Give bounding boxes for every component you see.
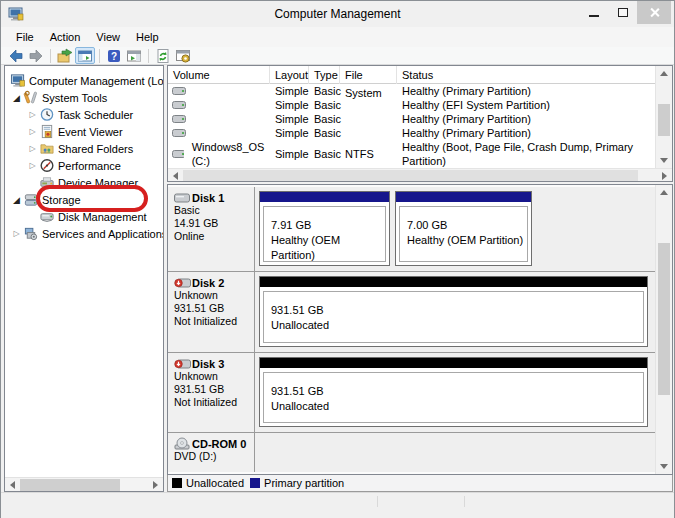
computer-management-icon xyxy=(10,73,26,88)
export-list-icon xyxy=(57,48,73,64)
collapsed-arrow-icon[interactable]: ▷ xyxy=(26,161,39,170)
tree-item-task-scheduler[interactable]: ▷ Task Scheduler xyxy=(5,106,163,123)
scroll-thumb[interactable] xyxy=(658,243,670,395)
expanded-arrow-icon[interactable]: ◢ xyxy=(10,195,23,205)
statusbar-divider xyxy=(464,496,465,507)
minimize-icon xyxy=(589,15,599,17)
device-manager-icon xyxy=(39,175,55,190)
volume-row[interactable]: SimpleBasicHealthy (EFI System Partition… xyxy=(168,98,656,112)
tree-item-shared-folders[interactable]: ▷ Shared Folders xyxy=(5,140,163,157)
scroll-thumb[interactable] xyxy=(658,104,670,136)
disk3-header[interactable]: Disk 3 Unknown 931.51 GB Not Initialized xyxy=(168,353,255,432)
partition-status: Unallocated xyxy=(271,399,643,414)
unallocated-region[interactable]: 931.51 GBUnallocated xyxy=(259,357,648,427)
disk1-header[interactable]: Disk 1 Basic 14.91 GB Online xyxy=(168,187,255,271)
tree-label: Task Scheduler xyxy=(58,109,133,121)
tree-label: System Tools xyxy=(42,92,107,104)
legend-label: Primary partition xyxy=(264,477,344,489)
help-button[interactable]: ? xyxy=(104,47,124,64)
tree-horizontal-scrollbar[interactable] xyxy=(5,477,163,491)
legend-primary-partition: Primary partition xyxy=(250,477,344,489)
unallocated-color-swatch xyxy=(172,478,182,488)
cdrom0-row[interactable]: CD-ROM 0 DVD (D:) xyxy=(168,433,657,472)
disk-size: 931.51 GB xyxy=(174,302,250,315)
tree-item-device-manager[interactable]: Device Manager xyxy=(5,174,163,191)
volume-row[interactable]: SimpleBasicHealthy (Primary Partition) xyxy=(168,84,656,98)
scroll-right-arrow[interactable] xyxy=(148,478,163,491)
volume-horizontal-scrollbar[interactable] xyxy=(168,168,672,181)
column-volume[interactable]: Volume xyxy=(168,66,270,84)
forward-button[interactable] xyxy=(26,47,46,64)
scroll-up-arrow[interactable] xyxy=(656,66,672,81)
back-button[interactable] xyxy=(6,47,26,64)
disk-properties-icon xyxy=(175,48,191,64)
partition-size: 7.00 GB xyxy=(407,218,527,233)
disk2-header[interactable]: Disk 2 Unknown 931.51 GB Not Initialized xyxy=(168,272,255,352)
volume-row[interactable]: SimpleBasicHealthy (Primary Partition) xyxy=(168,126,656,140)
scroll-down-arrow[interactable] xyxy=(656,459,672,474)
tree-item-disk-management[interactable]: Disk Management xyxy=(5,208,163,225)
unallocated-region[interactable]: 931.51 GBUnallocated xyxy=(259,276,648,347)
action-pane-button[interactable] xyxy=(124,47,144,64)
tree-item-system-tools[interactable]: ◢ System Tools xyxy=(5,89,163,106)
collapsed-arrow-icon[interactable]: ▷ xyxy=(26,144,39,153)
console-tree-button[interactable] xyxy=(75,47,95,64)
tree-item-services-and-applications[interactable]: ▷ Services and Applications xyxy=(5,225,163,242)
partition-size: 931.51 GB xyxy=(271,303,643,318)
scroll-thumb[interactable] xyxy=(183,170,638,181)
console-tree-pane: Computer Management (Local ◢ System Tool… xyxy=(4,65,164,492)
menu-file[interactable]: File xyxy=(8,29,42,45)
collapsed-arrow-icon[interactable]: ▷ xyxy=(26,127,39,136)
disk-icon xyxy=(174,192,191,204)
maximize-button[interactable] xyxy=(608,1,637,24)
menu-help[interactable]: Help xyxy=(128,29,167,45)
collapsed-arrow-icon[interactable]: ▷ xyxy=(10,229,23,238)
column-layout[interactable]: Layout xyxy=(270,66,309,84)
scroll-right-arrow[interactable] xyxy=(657,169,672,182)
tree-label: Computer Management (Local xyxy=(29,75,164,87)
menu-action[interactable]: Action xyxy=(42,29,89,45)
unallocated-band xyxy=(260,358,647,368)
collapsed-arrow-icon[interactable]: ▷ xyxy=(26,110,39,119)
scroll-down-arrow[interactable] xyxy=(656,153,672,168)
column-status[interactable]: Status xyxy=(397,66,656,84)
partition[interactable]: 7.91 GBHealthy (OEM Partition) xyxy=(259,191,390,266)
volume-row-windows8-os[interactable]: Windows8_OS (C:) SimpleBasicNTFSHealthy … xyxy=(168,140,656,154)
disk-vertical-scrollbar[interactable] xyxy=(655,185,672,474)
scroll-up-arrow[interactable] xyxy=(656,185,672,200)
disk-type: Basic xyxy=(174,204,250,217)
disk-state: Not Initialized xyxy=(174,315,250,328)
title-bar[interactable]: Computer Management xyxy=(1,1,674,27)
volume-vertical-scrollbar[interactable] xyxy=(655,66,672,168)
partition[interactable]: 7.00 GBHealthy (OEM Partition) xyxy=(395,191,532,266)
tree-item-computer-management[interactable]: Computer Management (Local xyxy=(5,72,163,89)
performance-icon xyxy=(39,158,55,173)
computer-management-window: Computer Management File Action View Hel… xyxy=(0,0,675,518)
volume-icon xyxy=(172,100,186,110)
tree-item-storage[interactable]: ◢ Storage xyxy=(5,191,163,208)
partition-legend: Unallocated Primary partition xyxy=(167,475,673,492)
tree-item-performance[interactable]: ▷ Performance xyxy=(5,157,163,174)
close-button[interactable] xyxy=(637,1,671,24)
disk-type: Unknown xyxy=(174,289,250,302)
column-type[interactable]: Type xyxy=(309,66,340,84)
column-file-system[interactable]: File System xyxy=(340,66,397,84)
tree-item-event-viewer[interactable]: ▷ Event Viewer xyxy=(5,123,163,140)
disk1-row[interactable]: Disk 1 Basic 14.91 GB Online 7.91 GBHeal… xyxy=(168,185,657,272)
refresh-button[interactable] xyxy=(153,47,173,64)
disk3-row[interactable]: Disk 3 Unknown 931.51 GB Not Initialized… xyxy=(168,353,657,433)
disk2-row[interactable]: Disk 2 Unknown 931.51 GB Not Initialized… xyxy=(168,272,657,353)
menu-view[interactable]: View xyxy=(88,29,128,45)
scroll-left-arrow[interactable] xyxy=(168,169,183,182)
export-list-button[interactable] xyxy=(55,47,75,64)
scroll-thumb[interactable] xyxy=(20,479,120,491)
cdrom0-header[interactable]: CD-ROM 0 DVD (D:) xyxy=(168,433,255,472)
scroll-left-arrow[interactable] xyxy=(5,478,20,491)
volume-list-header[interactable]: Volume Layout Type File System Status xyxy=(168,66,656,84)
disk-graphical-pane: Disk 1 Basic 14.91 GB Online 7.91 GBHeal… xyxy=(167,184,673,475)
minimize-button[interactable] xyxy=(579,1,608,24)
disk-properties-button[interactable] xyxy=(173,47,193,64)
tree-label: Storage xyxy=(42,194,81,206)
expanded-arrow-icon[interactable]: ◢ xyxy=(10,93,23,103)
volume-row[interactable]: SimpleBasicHealthy (Primary Partition) xyxy=(168,112,656,126)
